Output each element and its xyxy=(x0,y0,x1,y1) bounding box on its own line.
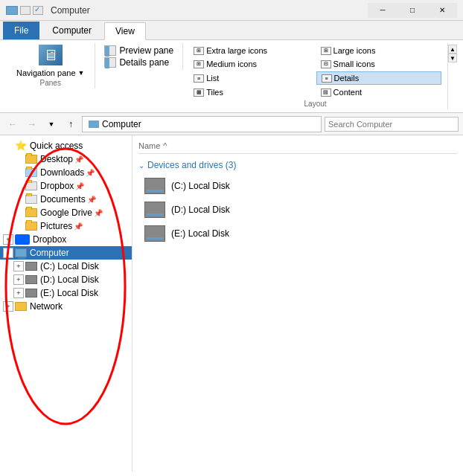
forward-button[interactable]: → xyxy=(24,116,40,132)
column-name-label: Name xyxy=(138,141,160,150)
tiles-icon: ▦ xyxy=(194,89,204,97)
preview-pane-label: Preview pane xyxy=(119,45,173,56)
layout-details[interactable]: ≡ Details xyxy=(316,71,441,85)
quick-access-icon: ⭐ xyxy=(15,140,27,151)
details-pane-label: Details pane xyxy=(119,57,169,68)
sidebar-item-desktop[interactable]: Desktop 📌 xyxy=(0,152,132,166)
ribbon-content: 🖥 Navigation pane ▼ Panes Preview pane D… xyxy=(0,40,463,113)
e-drive-label: (E:) Local Disk xyxy=(40,288,98,298)
sidebar-item-downloads[interactable]: Downloads 📌 xyxy=(0,166,132,179)
maximize-button[interactable]: □ xyxy=(397,3,427,18)
dropbox-label: Dropbox xyxy=(33,234,66,245)
medium-icon: ⊞ xyxy=(194,60,204,68)
sidebar-item-c-drive[interactable]: + (C:) Local Disk xyxy=(0,260,132,273)
close-button[interactable]: ✕ xyxy=(427,3,457,18)
sidebar-item-d-drive[interactable]: + (D:) Local Disk xyxy=(0,273,132,286)
computer-expand[interactable]: - xyxy=(3,248,13,258)
up-button[interactable]: ↑ xyxy=(63,116,79,132)
minimize-button[interactable]: ─ xyxy=(368,3,397,18)
sidebar-item-network[interactable]: + Network xyxy=(0,300,132,313)
dropbox-expand[interactable]: + xyxy=(3,234,13,245)
window-title: Computer xyxy=(51,5,90,16)
layout-content[interactable]: ▤ Content xyxy=(316,86,441,98)
preview-pane-button[interactable]: Preview pane xyxy=(101,45,176,57)
preview-pane-icon xyxy=(104,45,116,56)
panes-items: Preview pane Details pane xyxy=(95,43,183,70)
sidebar-item-e-drive[interactable]: + (E:) Local Disk xyxy=(0,286,132,300)
content-item-c[interactable]: (C:) Local Disk xyxy=(138,175,457,197)
sidebar-item-google-drive[interactable]: Google Drive 📌 xyxy=(0,206,132,219)
layout-scroll: ▲ ▼ xyxy=(448,43,457,62)
content-icon: ▤ xyxy=(321,89,331,97)
d-drive-expand[interactable]: + xyxy=(13,274,24,285)
navigation-pane-button[interactable]: Navigation pane ▼ xyxy=(12,67,89,79)
layout-small-icons[interactable]: ⊟ Small icons xyxy=(316,58,441,70)
layout-scroll-down[interactable]: ▼ xyxy=(448,54,457,62)
tab-computer[interactable]: Computer xyxy=(41,22,103,39)
e-drive-content-label: (E:) Local Disk xyxy=(171,228,229,239)
googledrive-folder-icon xyxy=(25,208,37,217)
search-input[interactable] xyxy=(325,117,459,132)
section-title: Devices and drives (3) xyxy=(147,160,236,170)
dropbox-icon xyxy=(15,234,30,245)
e-drive-icon xyxy=(25,289,37,298)
desktop-label: Desktop xyxy=(40,154,73,164)
c-drive-content-icon xyxy=(144,178,165,194)
content-header: Name ^ xyxy=(138,141,457,154)
tab-view[interactable]: View xyxy=(104,22,146,40)
network-label: Network xyxy=(30,301,63,312)
details-pane-icon xyxy=(104,57,116,68)
d-drive-content-label: (D:) Local Disk xyxy=(171,205,230,215)
layout-scroll-up[interactable]: ▲ xyxy=(448,45,457,54)
network-icon xyxy=(15,302,27,311)
nav-pane-arrow-icon: ▼ xyxy=(78,69,85,77)
google-drive-pin-icon: 📌 xyxy=(94,209,103,217)
layout-extra-large-icons[interactable]: ⊞ Extra large icons xyxy=(189,45,314,57)
devices-drives-section: ⌄ Devices and drives (3) (C:) Local Disk… xyxy=(138,160,457,245)
sidebar-item-documents[interactable]: Documents 📌 xyxy=(0,193,132,206)
e-drive-content-icon xyxy=(144,225,165,242)
pictures-pin-icon: 📌 xyxy=(74,222,83,231)
nav-pane-group: 🖥 Navigation pane ▼ Panes xyxy=(6,43,95,89)
details-pane-button[interactable]: Details pane xyxy=(101,57,176,68)
layout-medium-icons[interactable]: ⊞ Medium icons xyxy=(189,58,314,70)
address-path[interactable]: Computer xyxy=(82,116,322,132)
sidebar-item-dropbox-qa[interactable]: Dropbox 📌 xyxy=(0,179,132,193)
network-expand[interactable]: + xyxy=(3,301,13,312)
address-path-text: Computer xyxy=(102,119,141,129)
small-icon: ⊟ xyxy=(321,60,331,68)
layout-list[interactable]: ≡ List xyxy=(189,71,314,85)
title-controls: ─ □ ✕ xyxy=(368,3,457,18)
list-icon: ≡ xyxy=(194,74,204,83)
title-bar: Computer ─ □ ✕ xyxy=(0,0,463,21)
sidebar-item-dropbox[interactable]: + Dropbox xyxy=(0,233,132,246)
main-area: ⭐ Quick access Desktop 📌 Downloads 📌 xyxy=(0,135,463,472)
ribbon-tabs: File Computer View xyxy=(0,21,463,40)
sidebar-item-pictures[interactable]: Pictures 📌 xyxy=(0,219,132,233)
dropbox-qa-pin-icon: 📌 xyxy=(75,182,84,190)
panes-label: Panes xyxy=(40,79,61,87)
c-drive-expand[interactable]: + xyxy=(13,261,24,271)
dropbox-qa-folder-icon xyxy=(25,181,37,190)
recent-locations-button[interactable]: ▼ xyxy=(43,116,60,132)
spacer xyxy=(3,141,13,151)
pictures-label: Pictures xyxy=(40,221,72,231)
desktop-folder-icon xyxy=(25,155,37,164)
content-item-e[interactable]: (E:) Local Disk xyxy=(138,222,457,245)
documents-pin-icon: 📌 xyxy=(87,196,96,204)
layout-large-icons[interactable]: ⊞ Large icons xyxy=(316,45,441,57)
e-drive-expand[interactable]: + xyxy=(13,288,24,298)
sort-arrow: ^ xyxy=(163,141,167,150)
back-button[interactable]: ← xyxy=(4,116,21,132)
extra-large-icon: ⊞ xyxy=(194,47,204,55)
tab-file[interactable]: File xyxy=(3,22,39,39)
layout-tiles[interactable]: ▦ Tiles xyxy=(189,86,314,98)
pictures-folder-icon xyxy=(25,222,37,231)
c-drive-label: (C:) Local Disk xyxy=(40,261,99,271)
content-item-d[interactable]: (D:) Local Disk xyxy=(138,199,457,221)
downloads-label: Downloads xyxy=(40,167,84,178)
sidebar-item-computer[interactable]: - Computer xyxy=(0,246,132,260)
layout-label: Layout xyxy=(189,100,441,108)
sidebar-item-quick-access[interactable]: ⭐ Quick access xyxy=(0,138,132,152)
address-computer-icon xyxy=(89,120,99,128)
